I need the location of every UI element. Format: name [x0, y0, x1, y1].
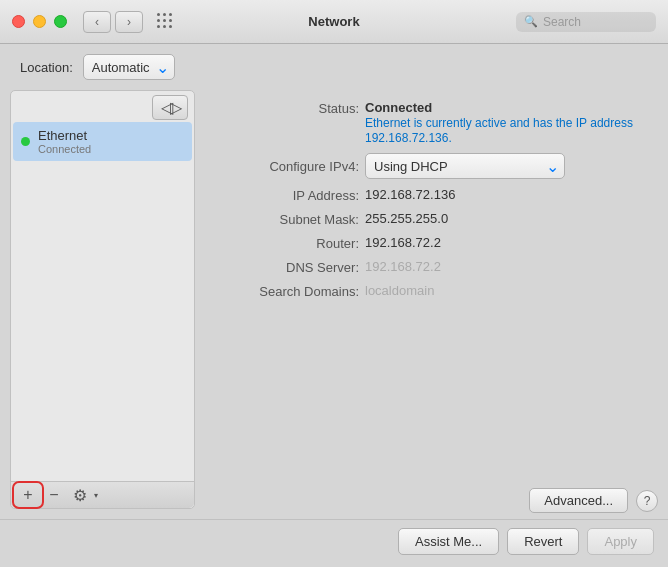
gear-dropdown: ⚙ ▾: [67, 484, 98, 506]
nav-buttons: ‹ ›: [83, 11, 143, 33]
remove-network-button[interactable]: −: [41, 484, 67, 506]
maximize-button[interactable]: [54, 15, 67, 28]
ip-label: IP Address:: [215, 187, 365, 203]
subnet-value: 255.255.255.0: [365, 211, 448, 226]
detail-info: Status: Connected Ethernet is currently …: [205, 90, 658, 482]
search-icon: 🔍: [524, 15, 538, 28]
body-area: ◁▷ Ethernet Connected + − ⚙ ▾: [0, 90, 668, 519]
configure-label: Configure IPv4:: [215, 158, 365, 174]
app-grid-button[interactable]: [151, 11, 179, 33]
configure-select-wrapper: Using DHCP ⌄: [365, 153, 565, 179]
advanced-button[interactable]: Advanced...: [529, 488, 628, 513]
back-button[interactable]: ‹: [83, 11, 111, 33]
configure-select[interactable]: Using DHCP: [365, 153, 565, 179]
subnet-label: Subnet Mask:: [215, 211, 365, 227]
status-description: Ethernet is currently active and has the…: [365, 116, 633, 145]
location-label: Location:: [20, 60, 73, 75]
search-domains-label: Search Domains:: [215, 283, 365, 299]
main-content: Location: Automatic ⌄ ◁▷ Ethernet Connec…: [0, 44, 668, 567]
status-row: Status: Connected Ethernet is currently …: [215, 100, 648, 145]
search-domains-row: Search Domains: localdomain: [215, 283, 648, 299]
gear-button[interactable]: ⚙: [67, 484, 93, 506]
subnet-mask-row: Subnet Mask: 255.255.255.0: [215, 211, 648, 227]
sidebar-toolbar: + − ⚙ ▾: [11, 481, 194, 508]
ip-address-row: IP Address: 192.168.72.136: [215, 187, 648, 203]
sidebar-nav-arrows[interactable]: ◁▷: [152, 95, 188, 120]
search-bar[interactable]: 🔍 Search: [516, 12, 656, 32]
sidebar-item-name: Ethernet: [38, 128, 91, 143]
window-title: Network: [308, 14, 359, 29]
help-button[interactable]: ?: [636, 490, 658, 512]
ip-value: 192.168.72.136: [365, 187, 455, 202]
sidebar-item-ethernet[interactable]: Ethernet Connected: [13, 122, 192, 161]
apply-button[interactable]: Apply: [587, 528, 654, 555]
window-controls: [12, 15, 67, 28]
titlebar: ‹ › Network 🔍 Search: [0, 0, 668, 44]
dns-label: DNS Server:: [215, 259, 365, 275]
dns-server-row: DNS Server: 192.168.72.2: [215, 259, 648, 275]
minimize-button[interactable]: [33, 15, 46, 28]
dns-value: 192.168.72.2: [365, 259, 441, 274]
status-label: Status:: [215, 100, 365, 116]
location-row: Location: Automatic ⌄: [0, 44, 668, 90]
router-value: 192.168.72.2: [365, 235, 441, 250]
bottom-bar: Assist Me... Revert Apply: [0, 519, 668, 567]
grid-icon: [157, 13, 174, 30]
close-button[interactable]: [12, 15, 25, 28]
configure-ipv4-row: Configure IPv4: Using DHCP ⌄: [215, 153, 648, 179]
status-value-group: Connected Ethernet is currently active a…: [365, 100, 648, 145]
router-row: Router: 192.168.72.2: [215, 235, 648, 251]
add-network-button[interactable]: +: [15, 484, 41, 506]
revert-button[interactable]: Revert: [507, 528, 579, 555]
search-domains-value: localdomain: [365, 283, 434, 298]
router-label: Router:: [215, 235, 365, 251]
search-placeholder: Search: [543, 15, 581, 29]
detail-panel: Status: Connected Ethernet is currently …: [205, 90, 658, 519]
status-dot-connected: [21, 137, 30, 146]
sidebar-item-info: Ethernet Connected: [38, 128, 91, 155]
forward-button[interactable]: ›: [115, 11, 143, 33]
sidebar: ◁▷ Ethernet Connected + − ⚙ ▾: [10, 90, 195, 509]
status-value: Connected: [365, 100, 432, 115]
location-select[interactable]: Automatic: [83, 54, 175, 80]
location-select-wrapper: Automatic ⌄: [83, 54, 175, 80]
detail-actions: Advanced... ?: [205, 482, 658, 519]
sidebar-list: Ethernet Connected: [11, 120, 194, 481]
assist-me-button[interactable]: Assist Me...: [398, 528, 499, 555]
sidebar-item-status: Connected: [38, 143, 91, 155]
gear-dropdown-arrow: ▾: [94, 491, 98, 500]
